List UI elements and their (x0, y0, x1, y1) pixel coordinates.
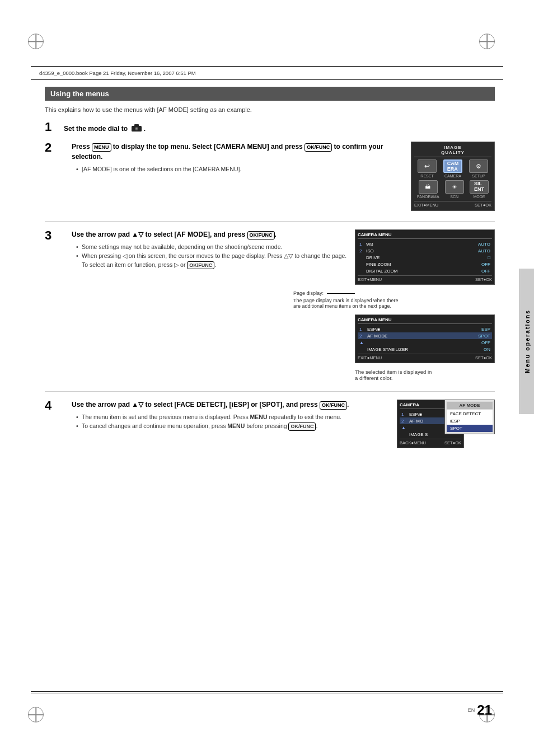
ok-func-key: OK/FUNC (305, 143, 332, 152)
step-2-number: 2 (45, 142, 60, 211)
step-4-number: 4 (45, 400, 60, 448)
menu-key: MENU (92, 143, 111, 152)
top-menu-title: IMAGEQUALITY (414, 145, 491, 157)
svg-rect-1 (134, 124, 139, 126)
step-1-content: Set the mode dial to . (64, 124, 146, 134)
side-tab-label: Menu operations (524, 309, 531, 373)
top-menu-icon-panorama: 🏔 PANORAMA (417, 180, 439, 199)
step-4: 4 Use the arrow pad ▲▽ to select [FACE D… (45, 400, 495, 448)
camera-menu-1: CAMERA MENU 1 WB AUTO 2 ISO AUTO DRIVE (355, 229, 495, 285)
main-content: Using the menus This explains how to use… (45, 87, 512, 458)
ok-func-key-4: OK/FUNC (320, 401, 347, 410)
cam-menu-row-iso: 2 ISO AUTO (358, 247, 492, 254)
step-3-title: Use the arrow pad ▲▽ to select [AF MODE]… (72, 229, 347, 240)
step-4-bullet-1: The menu item is set and the previous me… (76, 413, 389, 422)
page-display-label-area: Page display: The page display mark is d… (293, 290, 400, 309)
ok-func-key-3: OK/FUNC (247, 231, 275, 240)
intro-text: This explains how to use the menus with … (45, 106, 495, 113)
cam-menu2-row-imgstab: IMAGE STABILIZER ON (358, 346, 492, 353)
top-menu-icon-scn: ☀ SCN (445, 180, 464, 199)
cam-menu-row-finezoom: FINE ZOOM OFF (358, 261, 492, 267)
page-number-area: EN 21 (468, 702, 492, 718)
step-1-number: 1 (45, 121, 60, 133)
page-display-label: Page display: (293, 290, 324, 296)
cam-menu-2-title: CAMERA MENU (358, 317, 492, 324)
step-2-content: Press MENU to display the top menu. Sele… (72, 142, 403, 211)
step-3-menus: CAMERA MENU 1 WB AUTO 2 ISO AUTO DRIVE (355, 229, 495, 381)
step-3-number: 3 (45, 229, 60, 381)
cam-menu2-row-esp: 1 ESP/■ ESP (358, 326, 492, 332)
step-2-bullets: [AF MODE] is one of the selections on th… (72, 165, 403, 174)
header-bar: d4359_e_0000.book Page 21 Friday, Novemb… (39, 68, 495, 78)
top-menu-icon-reset: ↩ RESET (418, 159, 437, 178)
af-mode-submenu: AF MODE FACE DETECT iESP SPOT (444, 400, 495, 434)
af-mode-title: AF MODE (447, 402, 493, 409)
header-text: d4359_e_0000.book Page 21 Friday, Novemb… (39, 70, 196, 76)
step-4-content: Use the arrow pad ▲▽ to select [FACE DET… (72, 400, 389, 448)
cam-menu-3-footer: BACK●MENU SET●OK (400, 439, 461, 445)
page-display-note: The page display mark is displayed when … (293, 298, 400, 309)
svg-point-3 (136, 128, 138, 130)
cam-menu-row-digitalzoom: DIGITAL ZOOM OFF (358, 267, 492, 274)
top-menu-icons-row: ↩ RESET CAMERA CAMERA ⚙ SETUP (414, 159, 491, 178)
cam-menu-row-wb: 1 WB AUTO (358, 241, 492, 247)
top-menu-icon-silent: SILENT MODE (470, 180, 489, 199)
cam-menu-2-footer: EXIT●MENU SET●OK (358, 354, 492, 360)
step-4-title: Use the arrow pad ▲▽ to select [FACE DET… (72, 400, 389, 410)
cam-menu-1-footer: EXIT●MENU SET●OK (358, 275, 492, 282)
cam-menu2-row-page: ▲ OFF (358, 339, 492, 346)
af-item-iesp[interactable]: iESP (447, 417, 493, 425)
cam-menu2-row-afmode: 2 AF MODE SPOT (358, 332, 492, 339)
section-title: Using the menus (45, 87, 495, 101)
step-4-bullets: The menu item is set and the previous me… (72, 413, 389, 431)
step-4-bullet-2: To cancel changes and continue menu oper… (76, 422, 389, 431)
ok-func-small: OK/FUNC (187, 261, 214, 270)
page-num-en: EN (468, 707, 475, 713)
top-menu-icon-setup: ⚙ SETUP (469, 159, 488, 178)
ok-func-small-4: OK/FUNC (288, 422, 316, 431)
cam-menu-1-title: CAMERA MENU (358, 232, 492, 239)
af-item-face-detect[interactable]: FACE DETECT (447, 410, 493, 417)
af-item-spot[interactable]: SPOT (447, 425, 493, 432)
top-menu-footer: EXIT●MENU SET●OK (414, 201, 491, 208)
top-menu-screenshot: IMAGEQUALITY ↩ RESET CAMERA CAMERA ⚙ SET… (411, 142, 495, 211)
step-2: 2 Press MENU to display the top menu. Se… (45, 142, 495, 211)
page-display-area: Page display: The page display mark is d… (293, 290, 433, 309)
cam-menu-row-drive: DRIVE □ (358, 254, 492, 261)
top-menu-icon-camera: CAMERA CAMERA (443, 159, 462, 178)
step-2-bullet-1: [AF MODE] is one of the selections on th… (76, 165, 403, 174)
step-2-title: Press MENU to display the top menu. Sele… (72, 142, 403, 162)
selected-item-note: The selected item is displayed in a diff… (355, 369, 433, 381)
step-1: 1 Set the mode dial to . (45, 121, 495, 134)
step-3: 3 Use the arrow pad ▲▽ to select [AF MOD… (45, 229, 495, 381)
step-3-bullet-1: Some settings may not be available, depe… (76, 243, 347, 252)
top-menu-bottom-row: 🏔 PANORAMA ☀ SCN SILENT MODE (414, 180, 491, 199)
step-3-bullets: Some settings may not be available, depe… (72, 243, 347, 269)
step-3-bullet-2: When pressing ◁ on this screen, the curs… (76, 252, 347, 270)
camera-icon (132, 124, 142, 134)
page-num-big: 21 (477, 702, 492, 718)
step-4-menu: CAMERA 1 ESP/■ 2 AF MO ▲ (397, 400, 495, 448)
camera-menu-2: CAMERA MENU 1 ESP/■ ESP 2 AF MODE SPOT ▲ (355, 314, 495, 363)
side-tab: Menu operations (519, 269, 534, 414)
